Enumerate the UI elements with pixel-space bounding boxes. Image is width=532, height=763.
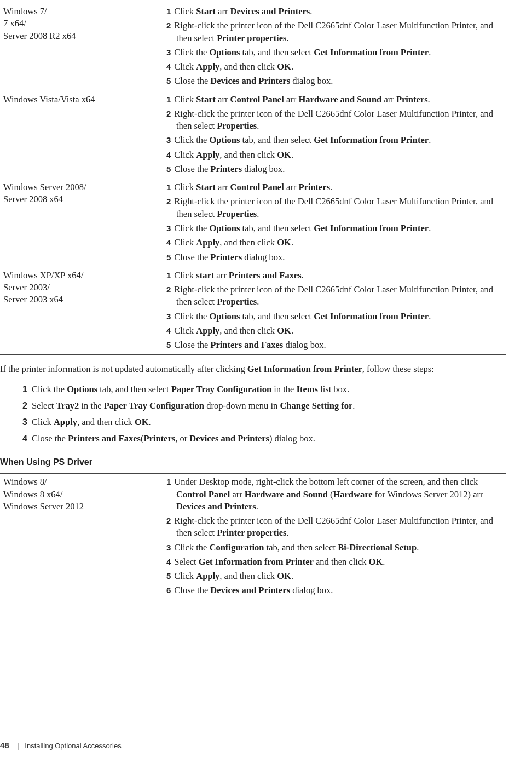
bold-text: OK (135, 417, 149, 427)
bold-text: Control Panel (176, 489, 230, 500)
step-number: 2 (16, 400, 27, 412)
bold-text: Options (210, 223, 240, 233)
step-item: Click Apply, and then click OK. (165, 570, 502, 584)
bold-text: OK (277, 325, 291, 336)
step-item: Click the Options tab, and then select G… (165, 222, 502, 237)
step-item: Click Start arr Devices and Printers. (165, 5, 502, 20)
bold-text: Get Information from Printer (314, 223, 429, 233)
bold-text: Apply (196, 150, 219, 160)
table-row: Windows 7/7 x64/Server 2008 R2 x64Click … (0, 3, 506, 91)
bold-text: Printers (143, 433, 175, 444)
table-row: Windows XP/XP x64/Server 2003/Server 200… (0, 267, 506, 355)
bold-text: Control Panel (230, 182, 284, 192)
bold-text: Apply (196, 61, 219, 72)
manual-step-item: 3Click Apply, and then click OK. (16, 414, 506, 431)
bold-text: OK (277, 571, 291, 581)
step-item: Click start arr Printers and Faxes. (165, 269, 502, 284)
os-name-line: Windows Vista/Vista x64 (3, 94, 149, 106)
step-number: 3 (16, 416, 27, 428)
bold-text: Printer properties (217, 527, 286, 538)
bold-text: Printers and Faxes (68, 433, 141, 444)
os-name-line: Windows XP/XP x64/ (3, 269, 149, 282)
bold-text: Devices and Printers (230, 6, 310, 16)
steps-list: Click Start arr Control Panel arr Printe… (155, 181, 502, 266)
bold-text: Apply (196, 571, 219, 581)
steps-cell: Under Desktop mode, right-click the bott… (152, 474, 506, 600)
step-item: Click Apply, and then click OK. (165, 325, 502, 339)
bold-text: Printers (298, 182, 330, 192)
step-item: Right-click the printer icon of the Dell… (165, 515, 502, 542)
os-name-line: 7 x64/ (3, 18, 149, 30)
step-number: 4 (16, 433, 27, 445)
step-number: 1 (16, 383, 27, 395)
footer-divider: | (18, 742, 19, 750)
step-item: Click the Options tab, and then select G… (165, 47, 502, 61)
step-item: Click the Configuration tab, and then se… (165, 542, 502, 556)
steps-list: Click Start arr Devices and Printers.Rig… (155, 5, 502, 90)
bold-text: Properties (217, 209, 257, 219)
os-cell: Windows 8/Windows 8 x64/Windows Server 2… (0, 474, 152, 600)
steps-cell: Click start arr Printers and Faxes.Right… (152, 267, 506, 355)
step-item: Click Apply, and then click OK. (165, 237, 502, 251)
bold-text: Control Panel (230, 94, 284, 105)
bold-text: Options (210, 47, 240, 58)
steps-cell: Click Start arr Control Panel arr Hardwa… (152, 91, 506, 179)
bold-text: Start (196, 182, 216, 192)
step-item: Right-click the printer icon of the Dell… (165, 20, 502, 47)
step-item: Close the Devices and Printers dialog bo… (165, 584, 502, 599)
step-item: Close the Printers dialog box. (165, 163, 502, 177)
page-number: 48 (0, 741, 9, 750)
os-cell: Windows XP/XP x64/Server 2003/Server 200… (0, 267, 152, 355)
bold-text: Paper Tray Configuration (104, 400, 204, 411)
table-row: Windows 8/Windows 8 x64/Windows Server 2… (0, 474, 506, 600)
table-row: Windows Server 2008/Server 2008 x64Click… (0, 179, 506, 267)
steps-list: Click start arr Printers and Faxes.Right… (155, 269, 502, 354)
bold-text: Options (67, 384, 97, 394)
bold-text: Change Setting for (280, 400, 352, 411)
os-name-line: Server 2008 x64 (3, 193, 149, 205)
bold-text: Printers and Faxes (229, 270, 302, 280)
bold-text: Hardware and Sound (245, 489, 328, 500)
step-item: Select Get Information from Printer and … (165, 556, 502, 570)
os-name-line: Server 2003 x64 (3, 294, 149, 306)
os-name-line: Server 2003/ (3, 282, 149, 294)
page: Windows 7/7 x64/Server 2008 R2 x64Click … (0, 0, 532, 763)
bold-text: Apply (196, 237, 219, 248)
bold-text: OK (277, 61, 291, 72)
steps-cell: Click Start arr Control Panel arr Printe… (152, 179, 506, 267)
bold-text: Get Information from Printer (314, 311, 429, 322)
bold-text: Start (196, 6, 216, 16)
os-cell: Windows Vista/Vista x64 (0, 91, 152, 179)
step-item: Right-click the printer icon of the Dell… (165, 196, 502, 222)
bold-text: Printers (210, 252, 242, 262)
bold-text: Properties (217, 121, 257, 131)
os-cell: Windows Server 2008/Server 2008 x64 (0, 179, 152, 267)
step-item: Close the Devices and Printers dialog bo… (165, 75, 502, 89)
os-name-line: Server 2008 R2 x64 (3, 30, 149, 42)
bold-text: Printers (396, 94, 428, 105)
table-row: Windows Vista/Vista x64Click Start arr C… (0, 91, 506, 179)
bold-text: Get Information from Printer (199, 557, 314, 567)
step-item: Click the Options tab, and then select G… (165, 311, 502, 325)
os-name-line: Windows 8 x64/ (3, 489, 149, 501)
bold-text: Hardware and Sound (298, 94, 381, 105)
bold-text: Devices and Printers (210, 585, 290, 595)
os-name-line: Windows Server 2012 (3, 501, 149, 513)
bold-text: Get Information from Printer (247, 364, 362, 374)
bold-text: Properties (217, 296, 257, 307)
bold-text: Apply (54, 417, 77, 427)
bold-text: Hardware (333, 489, 372, 500)
bold-text: Devices and Printers (210, 76, 290, 86)
bold-text: Options (210, 311, 240, 322)
bold-text: Start (196, 94, 216, 105)
bold-text: Printers (210, 164, 242, 174)
os-cell: Windows 7/7 x64/Server 2008 R2 x64 (0, 3, 152, 91)
step-item: Click Apply, and then click OK. (165, 61, 502, 75)
manual-steps-list: 1Click the Options tab, and then select … (0, 381, 506, 448)
step-text: Select Tray2 in the Paper Tray Configura… (32, 400, 355, 411)
step-item: Click Start arr Control Panel arr Printe… (165, 181, 502, 196)
bold-text: OK (277, 237, 291, 248)
bold-text: Paper Tray Configuration (171, 384, 271, 394)
bold-text: OK (277, 150, 291, 160)
section-heading-ps-driver: When Using PS Driver (0, 456, 506, 468)
